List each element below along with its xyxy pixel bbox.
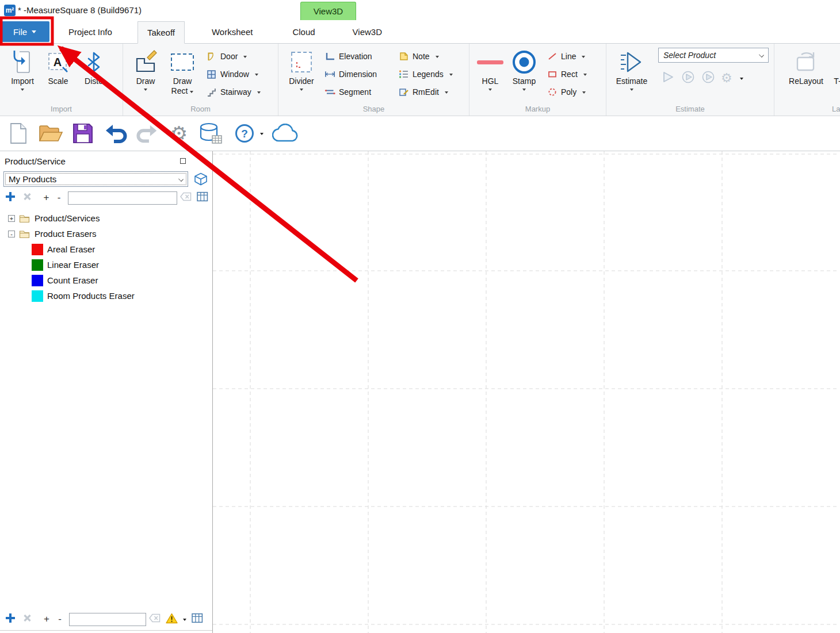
expand-items-button[interactable]: +: [43, 614, 51, 624]
product-grid-view-icon[interactable]: [197, 191, 208, 204]
hgl-button[interactable]: HGL: [474, 47, 506, 93]
settings-gear-icon[interactable]: ⚙: [167, 120, 190, 147]
bluetooth-icon: [85, 48, 102, 76]
markup-line-button[interactable]: Line: [542, 48, 591, 64]
tree-node-product-erasers[interactable]: - Product Erasers: [0, 226, 212, 241]
svg-text:?: ?: [241, 128, 248, 140]
expand-all-button[interactable]: +: [43, 193, 50, 203]
hgl-line-icon: [477, 48, 503, 76]
select-product-combobox[interactable]: Select Product: [658, 48, 769, 63]
dimension-button[interactable]: Dimension: [320, 66, 394, 82]
window-icon: [206, 70, 217, 79]
tree-item-areal-eraser[interactable]: Areal Eraser: [0, 241, 212, 257]
stairway-button[interactable]: Stairway: [201, 84, 265, 100]
tab-cloud[interactable]: Cloud: [283, 20, 324, 43]
warning-dropdown-caret[interactable]: [183, 619, 186, 623]
run-estimate-selected-icon[interactable]: [681, 70, 696, 86]
folder-icon: [19, 229, 30, 239]
warning-icon[interactable]: [166, 613, 178, 626]
line-dropdown-caret: [582, 56, 585, 60]
cloud-sync-icon[interactable]: [272, 120, 299, 147]
product-search-input[interactable]: [68, 191, 177, 205]
draw-button[interactable]: Draw: [128, 47, 163, 93]
help-dropdown-caret[interactable]: [260, 133, 264, 137]
contextual-tab-view3d[interactable]: View3D: [300, 2, 356, 20]
collapse-items-button[interactable]: -: [56, 614, 64, 624]
tab-takeoff[interactable]: Takeoff: [138, 21, 185, 44]
estimate-items-toolbar: + -: [0, 611, 212, 628]
clear-items-search-icon[interactable]: [149, 613, 161, 625]
stamp-button[interactable]: Stamp: [506, 47, 542, 93]
import-button[interactable]: Import: [5, 47, 40, 93]
save-icon[interactable]: [71, 120, 94, 147]
window-button[interactable]: Window: [201, 66, 265, 82]
tab-view3d[interactable]: View3D: [343, 20, 391, 43]
legends-button[interactable]: Legends: [394, 66, 457, 82]
estimate-icon: [618, 48, 645, 76]
tree-item-count-eraser[interactable]: Count Eraser: [0, 273, 212, 288]
rmedit-button[interactable]: RmEdit: [394, 84, 457, 100]
eraser-color-swatch: [32, 290, 43, 302]
collapse-toggle-icon[interactable]: -: [8, 231, 15, 237]
items-grid-view-icon[interactable]: [192, 613, 203, 626]
clear-search-icon[interactable]: [180, 192, 192, 204]
estimate-settings-caret[interactable]: [740, 78, 743, 82]
product-database-icon[interactable]: [198, 120, 223, 147]
import-dropdown-caret: [21, 89, 24, 93]
tab-worksheet[interactable]: Worksheet: [203, 20, 262, 43]
run-estimate-all-icon[interactable]: [701, 70, 716, 86]
stamp-dropdown-caret: [522, 89, 526, 93]
delete-product-icon[interactable]: [22, 191, 33, 204]
product-cube-icon[interactable]: [192, 171, 209, 187]
t-square-button[interactable]: T-Square: [832, 47, 840, 86]
estimate-settings-gear-icon[interactable]: ⚙: [721, 72, 732, 85]
scale-button[interactable]: A Scale: [40, 47, 76, 86]
divider-button[interactable]: Divider: [283, 47, 320, 93]
eraser-color-swatch: [32, 244, 43, 255]
items-search-input[interactable]: [69, 613, 146, 626]
help-icon[interactable]: ?: [233, 120, 256, 147]
door-button[interactable]: Door: [201, 48, 265, 64]
elevation-button[interactable]: Elevation: [320, 48, 394, 64]
note-button[interactable]: Note: [394, 48, 457, 64]
window-title: * -MeasureSquare 8 (Build9671): [18, 5, 142, 15]
estimate-button[interactable]: Estimate: [611, 47, 652, 93]
run-estimate-icon[interactable]: [660, 70, 675, 86]
float-window-icon[interactable]: [180, 158, 186, 164]
tree-node-product-services[interactable]: + Product/Services: [0, 210, 212, 226]
panel-splitter[interactable]: [0, 630, 212, 631]
tree-item-linear-eraser[interactable]: Linear Eraser: [0, 257, 212, 273]
eraser-color-swatch: [32, 275, 43, 286]
group-label-markup: Markup: [469, 105, 606, 113]
redo-icon[interactable]: [136, 120, 160, 147]
delete-item-icon[interactable]: [22, 613, 33, 626]
ribbon-group-room: Draw Draw Rect: [123, 44, 278, 116]
combo-chevron-icon: [759, 52, 764, 57]
segment-button[interactable]: Segment: [320, 84, 394, 100]
disto-button[interactable]: Disto: [76, 47, 112, 86]
collapse-all-button[interactable]: -: [55, 193, 63, 203]
markup-rect-button[interactable]: Rect: [542, 66, 591, 82]
ribbon-group-import: Import A Scale D: [0, 44, 123, 116]
markup-poly-button[interactable]: Poly: [542, 84, 591, 100]
app-logo-icon: m²: [4, 5, 16, 16]
tab-project-info[interactable]: Project Info: [59, 20, 121, 43]
add-item-icon[interactable]: [4, 612, 17, 627]
open-project-icon[interactable]: [37, 120, 64, 147]
measuresquare-window: m² * -MeasureSquare 8 (Build9671) View3D…: [0, 0, 840, 633]
draw-rect-button[interactable]: Draw Rect: [163, 47, 201, 96]
rect-dropdown-caret: [583, 74, 587, 78]
drawing-canvas[interactable]: [213, 151, 840, 633]
tree-item-room-products-eraser[interactable]: Room Products Eraser: [0, 288, 212, 304]
poly-icon: [547, 87, 558, 97]
undo-icon[interactable]: [102, 120, 128, 147]
segment-icon: [324, 88, 335, 96]
new-document-icon[interactable]: [7, 120, 30, 147]
add-product-icon[interactable]: [4, 190, 17, 205]
product-source-combobox[interactable]: My Products: [3, 171, 188, 187]
file-menu-button[interactable]: File: [0, 21, 49, 42]
workspace: Product/Service My Products: [0, 151, 840, 633]
group-label-shape: Shape: [278, 105, 469, 113]
expand-toggle-icon[interactable]: +: [8, 215, 15, 222]
relayout-button[interactable]: ReLayout: [786, 47, 826, 86]
